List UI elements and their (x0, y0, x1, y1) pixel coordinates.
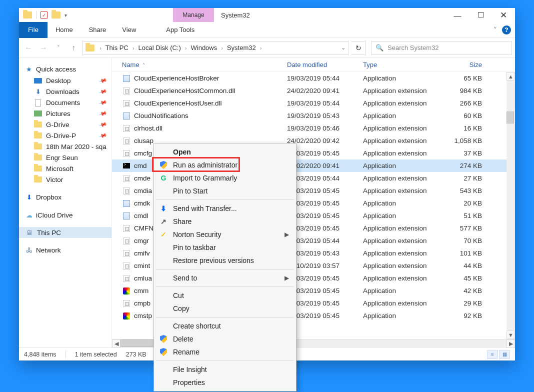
file-name: CloudExperienceHostUser.dll (134, 100, 287, 107)
file-date: 19/03/2019 05:45 (287, 312, 363, 320)
close-button[interactable]: ✕ (492, 8, 515, 22)
tab-home[interactable]: Home (48, 22, 81, 38)
file-row[interactable]: CloudExperienceHostUser.dll19/03/2019 05… (112, 97, 515, 110)
scroll-thumb[interactable] (506, 112, 514, 124)
scroll-left-icon[interactable]: ◀ (112, 340, 120, 348)
refresh-button[interactable]: ↻ (351, 41, 366, 55)
column-headers[interactable]: Name˄ Date modified Type Size (112, 58, 515, 72)
sidebar-network[interactable]: 🖧 Network (19, 244, 112, 256)
scroll-down-icon[interactable]: ▼ (506, 330, 515, 339)
vertical-scrollbar[interactable]: ▲ ▼ (506, 72, 515, 339)
context-menu-item[interactable]: Cut (154, 289, 296, 302)
forward-button[interactable]: → (37, 42, 50, 54)
context-menu-item[interactable]: Delete (154, 332, 296, 346)
sidebar-item[interactable]: Victor (19, 174, 112, 185)
manage-contextual-tab[interactable]: Manage (173, 8, 214, 22)
file-size: 65 KB (446, 74, 482, 82)
context-menu-label: Delete (173, 335, 193, 343)
context-menu-label: Pin to taskbar (173, 244, 216, 252)
shield-icon (159, 335, 168, 343)
tab-view[interactable]: View (114, 22, 144, 38)
sidebar-dropbox[interactable]: ⬇ Dropbox (19, 191, 112, 203)
sidebar-item[interactable]: 18th Mar 2020 - sqa (19, 141, 112, 152)
file-type: Application extension (363, 224, 446, 232)
breadcrumb[interactable]: Local Disk (C:) (138, 44, 182, 52)
context-menu-item[interactable]: ✓Norton Security▶ (154, 228, 296, 241)
details-view-button[interactable]: ≡ (487, 350, 498, 359)
context-menu-item[interactable]: Copy (154, 302, 296, 315)
application-icon (123, 75, 130, 82)
tab-share[interactable]: Share (81, 22, 114, 38)
scroll-right-icon[interactable]: ▶ (506, 340, 515, 348)
column-size[interactable]: Size (446, 61, 482, 68)
maximize-button[interactable]: ☐ (469, 8, 492, 22)
context-menu-item[interactable]: Restore previous versions (154, 254, 296, 267)
column-type[interactable]: Type (363, 61, 446, 68)
context-menu-item[interactable]: Properties (154, 376, 296, 389)
context-menu-item[interactable]: ↗Share (154, 215, 296, 228)
context-menu-label: File Insight (173, 366, 207, 374)
context-menu-item[interactable]: Pin to Start (154, 184, 296, 198)
breadcrumb[interactable]: System32 (226, 44, 257, 52)
qat-chevron-icon[interactable]: ▾ (64, 12, 67, 18)
context-menu-item[interactable]: Run as administrator (154, 158, 296, 172)
sidebar-this-pc[interactable]: 🖥 This PC (19, 227, 112, 238)
column-name[interactable]: Name˄ (122, 61, 287, 68)
breadcrumb[interactable]: Windows (190, 44, 218, 52)
new-folder-qat-icon[interactable] (52, 12, 60, 18)
icons-view-button[interactable]: ▦ (499, 350, 510, 359)
context-menu-item[interactable]: Rename (154, 346, 296, 358)
sidebar-item-label: G-Drive-P (46, 132, 76, 140)
search-box[interactable]: 🔍 Search System32 (371, 41, 512, 55)
file-name: CloudNotifications (134, 112, 287, 120)
ribbon-chevron-icon[interactable]: ˅ (494, 26, 497, 34)
file-row[interactable]: CloudExperienceHostCommon.dll24/02/2020 … (112, 84, 515, 97)
file-row[interactable]: clrhost.dll19/03/2019 05:46Application e… (112, 122, 515, 134)
sidebar-icloud[interactable]: ☁ iCloud Drive (19, 209, 112, 221)
sidebar-quick-access[interactable]: ★ Quick access (19, 63, 112, 75)
sidebar-item[interactable]: G-Drive📌 (19, 119, 112, 130)
back-button[interactable]: ← (22, 42, 35, 54)
file-date: 19/03/2019 05:45 (287, 200, 363, 207)
sidebar-item[interactable]: Documents📌 (19, 97, 112, 108)
context-menu-item[interactable]: File Insight (154, 363, 296, 376)
file-date: 19/03/2019 05:43 (287, 112, 363, 120)
sidebar-item[interactable]: Pictures📌 (19, 108, 112, 119)
sidebar-item[interactable]: Desktop📌 (19, 75, 112, 86)
minimize-button[interactable]: — (446, 8, 469, 22)
sidebar-item[interactable]: G-Drive-P📌 (19, 130, 112, 141)
file-tab[interactable]: File (19, 22, 48, 38)
context-menu-label: Cut (173, 292, 184, 300)
chevron-right-icon[interactable]: › (219, 45, 225, 51)
context-menu-item[interactable]: ⬇Send with Transfer... (154, 202, 296, 215)
up-button[interactable]: ↑ (67, 42, 80, 54)
chevron-right-icon[interactable]: › (183, 45, 189, 51)
help-icon[interactable]: ? (502, 26, 511, 34)
scroll-up-icon[interactable]: ▲ (506, 72, 515, 80)
sidebar-item[interactable]: Engr Seun (19, 152, 112, 163)
sidebar-item[interactable]: Microsoft (19, 163, 112, 174)
context-menu-item[interactable]: GImport to Grammarly (154, 172, 296, 184)
file-type: Application (363, 112, 446, 120)
context-menu-item[interactable]: Create shortcut (154, 320, 296, 332)
breadcrumb[interactable]: This PC (104, 44, 130, 52)
file-size: 20 KB (446, 200, 482, 207)
file-date: 19/03/2019 05:44 (287, 174, 363, 182)
properties-qat-icon[interactable]: ✓ (40, 12, 48, 18)
column-date[interactable]: Date modified (287, 61, 363, 68)
file-row[interactable]: CloudNotifications19/03/2019 05:43Applic… (112, 110, 515, 122)
file-row[interactable]: CloudExperienceHostBroker19/03/2019 05:4… (112, 72, 515, 84)
address-bar[interactable]: › This PC›Local Disk (C:)›Windows›System… (82, 41, 349, 55)
context-menu-item[interactable]: Open (154, 146, 296, 158)
sidebar-item[interactable]: ⬇Downloads📌 (19, 86, 112, 97)
file-size: 266 KB (446, 100, 482, 107)
app-tools-tab[interactable]: App Tools (158, 22, 202, 38)
context-menu-item[interactable]: Pin to taskbar (154, 241, 296, 254)
chevron-right-icon[interactable]: › (130, 45, 136, 51)
context-menu-item[interactable]: Send to▶ (154, 272, 296, 284)
chevron-right-icon[interactable]: › (258, 45, 264, 51)
recent-locations-button[interactable]: ˅ (52, 42, 65, 54)
status-selection: 1 item selected (75, 351, 117, 358)
quick-access-label: Quick access (36, 66, 76, 73)
address-dropdown-icon[interactable]: ⌄ (341, 44, 346, 51)
